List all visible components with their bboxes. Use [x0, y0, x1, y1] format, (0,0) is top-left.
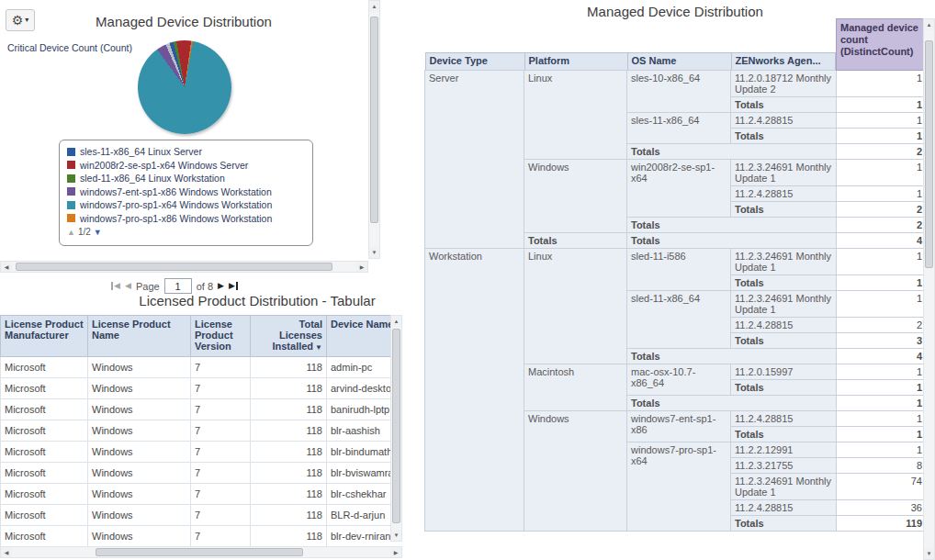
scrollbar-track[interactable]: [391, 327, 401, 530]
table-cell: 11.2.0.18712 Monthly Update 2: [731, 71, 837, 97]
legend-label: win2008r2-se-sp1-x64 Windows Server: [80, 160, 248, 171]
table-cell: 7: [191, 420, 251, 442]
scrollbar-thumb[interactable]: [370, 17, 378, 223]
table-cell: Workstation: [425, 249, 524, 532]
scrollbar-thumb[interactable]: [392, 329, 400, 523]
table-header-row: Device TypePlatformOS NameZENworks Agen.…: [425, 19, 927, 71]
legend-label: windows7-pro-sp1-x86 Windows Workstation: [80, 213, 272, 224]
table-cell: 7: [191, 442, 251, 463]
column-header[interactable]: License Product Version: [191, 316, 251, 357]
scroll-left-icon[interactable]: ◀: [1, 262, 12, 272]
scrollbar-thumb[interactable]: [16, 263, 332, 271]
table-cell: 118: [251, 420, 327, 442]
table-row[interactable]: MicrosoftWindows7118arvind-desktop: [1, 378, 403, 399]
scroll-down-icon[interactable]: ▼: [369, 247, 379, 258]
scroll-down-icon[interactable]: ▼: [391, 530, 401, 541]
table-row[interactable]: MicrosoftWindows7118blr-dev-rniranjan: [1, 526, 403, 547]
scrollbar-thumb[interactable]: [925, 40, 933, 268]
totals-cell: Totals: [627, 396, 837, 411]
sort-desc-icon: ▼: [315, 343, 322, 352]
table-cell: 118: [251, 526, 327, 547]
horizontal-scrollbar[interactable]: ◀ ▶: [0, 546, 402, 558]
prev-page-icon: ◀: [125, 282, 131, 290]
column-header[interactable]: License Product Manufacturer: [1, 316, 88, 357]
scroll-up-icon[interactable]: ▲: [924, 19, 934, 30]
pagination-bar: ◀ ◀ Page of 8 ▶ ▶: [0, 278, 349, 294]
scroll-down-icon[interactable]: ▼: [924, 548, 934, 559]
pie-chart-panel: ⚙ ▾ Managed Device Distribution Critical…: [0, 0, 380, 274]
last-page-icon: [236, 282, 238, 290]
scroll-left-icon[interactable]: ◀: [1, 547, 12, 557]
scrollbar-track[interactable]: [12, 262, 356, 272]
table-cell: 118: [251, 463, 327, 484]
totals-cell: 3: [837, 333, 927, 349]
table-cell: Windows: [88, 505, 191, 526]
first-page-button[interactable]: ◀: [111, 282, 120, 290]
totals-cell: Totals: [731, 380, 837, 396]
table-row: WorkstationLinuxsled-11-i58611.2.3.24691…: [425, 249, 927, 275]
table-cell: 11.2.2.12991: [731, 442, 837, 458]
legend-item: sles-11-x86_64 Linux Server: [67, 145, 305, 159]
page-label: Page: [136, 281, 160, 292]
last-page-button[interactable]: ▶: [229, 282, 238, 290]
pie-chart-title: Managed Device Distribution: [0, 14, 367, 29]
scrollbar-track[interactable]: [924, 30, 934, 548]
vertical-scrollbar[interactable]: ▲ ▼: [390, 315, 402, 542]
table-cell: Windows: [88, 463, 191, 484]
table-cell: Linux: [524, 71, 627, 160]
scroll-right-icon[interactable]: ▶: [356, 262, 367, 272]
first-page-icon: [111, 282, 113, 290]
pie-chart[interactable]: [138, 40, 231, 134]
column-header[interactable]: Device Type: [425, 19, 524, 71]
table-cell: Windows: [524, 160, 627, 233]
table-row[interactable]: MicrosoftWindows7118admin-pc: [1, 357, 403, 378]
table-cell: Windows: [524, 411, 627, 532]
table-row[interactable]: MicrosoftWindows7118blr-aashish: [1, 420, 403, 442]
licensed-table-title: Licensed Product Distribution - Tabular: [0, 293, 402, 308]
column-header[interactable]: OS Name: [627, 19, 731, 71]
column-header[interactable]: Total Licenses Installed▼: [251, 316, 327, 357]
scroll-right-icon[interactable]: ▶: [390, 547, 401, 557]
table-row[interactable]: MicrosoftWindows7118banirudh-lptp: [1, 399, 403, 420]
table-cell: 7: [191, 463, 251, 484]
pie-measure-label: Critical Device Count (Count): [7, 42, 132, 53]
totals-cell: 4: [837, 349, 927, 364]
table-cell: 74: [837, 474, 927, 500]
table-row[interactable]: MicrosoftWindows7118blr-bindumathi: [1, 442, 403, 463]
table-cell: 11.2.0.15997: [731, 364, 837, 380]
table-cell: Windows: [88, 442, 191, 463]
horizontal-scrollbar[interactable]: ◀ ▶: [0, 261, 368, 273]
totals-cell: 2: [837, 218, 927, 233]
table-row[interactable]: MicrosoftWindows7118blr-bviswamraju: [1, 463, 403, 484]
table-cell: Windows: [88, 357, 191, 378]
vertical-scrollbar[interactable]: ▲ ▼: [368, 0, 380, 259]
legend-next-icon[interactable]: ▼: [94, 228, 102, 237]
scrollbar-track[interactable]: [12, 547, 390, 557]
table-row[interactable]: MicrosoftWindows7118blr-cshekhar: [1, 484, 403, 505]
legend-label: windows7-ent-sp1-x86 Windows Workstation: [80, 186, 272, 197]
vertical-scrollbar[interactable]: ▲ ▼: [923, 18, 935, 560]
table-cell: Microsoft: [1, 505, 88, 526]
scrollbar-thumb[interactable]: [96, 548, 304, 556]
table-cell: 1: [837, 113, 927, 129]
next-page-button[interactable]: ▶: [218, 282, 224, 290]
column-header[interactable]: Managed device count (DistinctCount): [837, 19, 927, 71]
column-header[interactable]: Platform: [524, 19, 627, 71]
table-cell: Linux: [524, 249, 627, 364]
table-cell: 118: [251, 378, 327, 399]
legend-prev-icon[interactable]: ▲: [67, 228, 75, 237]
scroll-up-icon[interactable]: ▲: [391, 316, 401, 327]
column-header-label: Platform: [524, 52, 627, 70]
column-header[interactable]: License Product Name: [88, 316, 191, 357]
scroll-up-icon[interactable]: ▲: [369, 1, 379, 12]
totals-cell: Totals: [731, 516, 837, 532]
legend-swatch: [67, 187, 75, 196]
column-header[interactable]: ZENworks Agen...: [731, 19, 837, 71]
prev-page-button[interactable]: ◀: [125, 282, 131, 290]
table-row[interactable]: MicrosoftWindows7118BLR-d-arjun: [1, 505, 403, 526]
total-pages: 8: [208, 281, 213, 292]
legend-swatch: [67, 148, 75, 156]
page-input[interactable]: [164, 278, 192, 294]
scrollbar-track[interactable]: [369, 12, 379, 247]
totals-cell: Totals: [627, 349, 837, 364]
